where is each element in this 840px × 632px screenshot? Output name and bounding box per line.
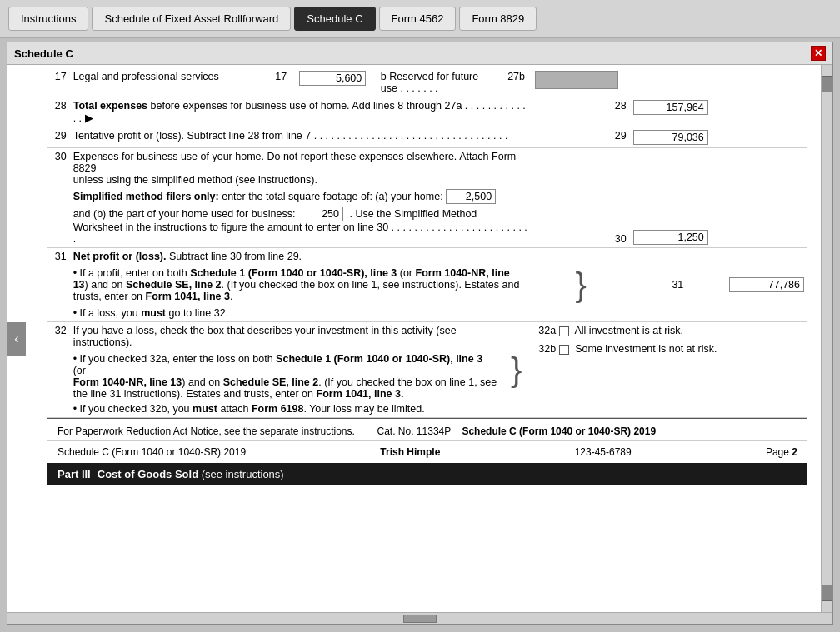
line-30-label-cell: Expenses for business use of your home. …	[70, 148, 532, 248]
line-17-box-num: 17	[266, 68, 296, 97]
line-32-mid: (or	[73, 365, 86, 376]
line-28-value-cell	[630, 97, 726, 127]
line-29-input[interactable]	[633, 130, 708, 145]
line-32-brace: }	[501, 322, 532, 418]
line-32-checkboxes: 32a All investment is at risk. 32b Some …	[532, 322, 726, 418]
line-30-row: 30 Expenses for business use of your hom…	[48, 148, 808, 248]
line-30-and-b: and (b) the part of your home used for b…	[73, 208, 296, 220]
line-29-num: 29	[48, 127, 70, 148]
line-32-row: 32 If you have a loss, check the box tha…	[48, 322, 808, 418]
line-31-bullet2-rest: go to line 32.	[166, 307, 228, 319]
tab-schedule-c[interactable]: Schedule C	[294, 7, 375, 31]
line-29-num-col: 29	[532, 127, 629, 148]
line-32a-label-num: 32a	[538, 325, 556, 336]
line-17-input[interactable]	[299, 71, 366, 86]
scrollbar-thumb-top[interactable]	[822, 76, 832, 92]
line-30-value-cell	[630, 148, 726, 248]
line-32b-label-num: 32b	[538, 343, 556, 355]
footer-page: Page 2	[766, 446, 798, 458]
line-32-label-cell: If you have a loss, check the box that d…	[70, 322, 501, 418]
line-32-b3: Schedule SE, line 2	[223, 376, 319, 388]
line-27b-gray-cell	[532, 68, 629, 97]
line-32a-label-text: All investment is at risk.	[575, 325, 684, 336]
line-30-simplified-rest: enter the total square footage of: (a) y…	[222, 191, 442, 202]
line-28-label: Total expenses before expenses for busin…	[70, 97, 532, 127]
line-31-bullet2: • If a loss, you must go to line 32.	[73, 307, 529, 319]
line-17-num: 17	[48, 68, 70, 97]
line-31-bold: Net profit or (loss).	[73, 251, 167, 262]
line-31-rest2: ) and on	[85, 279, 126, 291]
tab-fixed-asset[interactable]: Schedule of Fixed Asset Rollforward	[92, 7, 291, 31]
line-30-simplified: Simplified method filers only: enter the…	[73, 189, 529, 204]
line-32-b2-rest: attach	[218, 403, 252, 415]
line-30-business-row: and (b) the part of your home used for b…	[73, 207, 529, 221]
line-29-row: 29 Tentative profit or (loss). Subtract …	[48, 127, 808, 148]
line-31-brace: }	[532, 248, 629, 322]
line-32a-group: 32a All investment is at risk.	[538, 325, 722, 336]
line-30-num-col: 30	[532, 148, 629, 248]
page-footer: Schedule C (Form 1040 or 1040-SR) 2019 T…	[48, 440, 808, 463]
scrollbar-thumb-bottom[interactable]	[822, 585, 832, 601]
window-title: Schedule C	[14, 47, 73, 60]
footer-page-label: Page	[766, 446, 789, 458]
line-27b-label: b Reserved for future use . . . . . . .	[371, 68, 501, 97]
line-32b-checkbox[interactable]	[559, 345, 569, 355]
line-31-period: .	[230, 291, 232, 302]
line-32-b2-form: Form 6198	[252, 403, 304, 415]
line-31-row: 31 Net profit or (loss). Subtract line 3…	[48, 248, 808, 322]
horizontal-scrollbar[interactable]	[8, 612, 832, 624]
line-32-b2: Form 1040-NR, line 13	[73, 376, 182, 388]
line-30-simplified-bold: Simplified method filers only:	[73, 191, 219, 202]
footer-name: Trish Himple	[380, 446, 440, 458]
line-32a-checkbox[interactable]	[559, 326, 569, 336]
line-30-input[interactable]	[633, 230, 708, 245]
line-30-use-simplified: . Use the Simplified Method	[349, 208, 477, 220]
line-31-b3: 13	[73, 279, 85, 291]
form-table: 17 Legal and professional services 17 b …	[48, 68, 808, 418]
line-32-b1: Schedule 1 (Form 1040 or 1040-SR), line …	[276, 353, 482, 365]
line-17-label: Legal and professional services	[70, 68, 267, 97]
line-30-sq-home[interactable]	[446, 189, 496, 204]
line-28-num: 28	[48, 97, 70, 127]
part-iii-title: Cost of Goods Sold (see instructions)	[98, 468, 284, 480]
tab-form-4562[interactable]: Form 4562	[379, 7, 457, 31]
line-30-line2: unless using the simplified method (see …	[73, 174, 529, 186]
horizontal-scrollbar-thumb[interactable]	[403, 615, 437, 623]
line-32-b1-start: • If you checked 32a, enter the loss on …	[73, 353, 276, 365]
line-32-header: If you have a loss, check the box that d…	[73, 325, 498, 348]
line-32b-group: 32b Some investment is not at risk.	[538, 343, 722, 355]
line-32-rest: ) and on	[182, 376, 222, 388]
line-31-num-col: 31	[630, 248, 726, 322]
paperwork-footer: For Paperwork Reduction Act Notice, see …	[48, 418, 808, 440]
line-17-row: 17 Legal and professional services 17 b …	[48, 68, 808, 97]
line-31-num: 31	[48, 248, 70, 322]
tab-form-8829[interactable]: Form 8829	[459, 7, 537, 31]
scroll-area[interactable]: ‹ 17 Legal and professional services 17 …	[8, 65, 832, 612]
line-32-b4: Form 1041, line 3.	[317, 388, 404, 400]
line-31-input[interactable]	[729, 277, 804, 292]
tab-instructions[interactable]: Instructions	[8, 7, 88, 31]
line-28-num-col: 28	[532, 97, 629, 127]
paperwork-text: For Paperwork Reduction Act Notice, see …	[58, 425, 355, 437]
left-nav-arrow[interactable]: ‹	[8, 322, 26, 356]
part-iii-title-bold: Cost of Goods Sold	[98, 468, 198, 480]
line-27b-num: 27b	[501, 68, 532, 97]
line-28-bold: Total expenses	[73, 100, 148, 112]
line-31-mid: (or	[397, 267, 415, 279]
line-32-must: must	[192, 403, 218, 415]
line-31-bullet1-intro: • If a profit, enter on both	[73, 267, 191, 279]
line-31-value-cell	[726, 248, 808, 322]
scrollbar-track[interactable]	[821, 65, 832, 612]
line-31-must: must	[141, 307, 166, 319]
line-32b-label-text: Some investment is not at risk.	[575, 343, 717, 355]
line-31-rest: Subtract line 30 from line 29.	[169, 251, 302, 262]
line-30-sq-business[interactable]	[302, 207, 343, 221]
line-28-input[interactable]	[633, 100, 708, 115]
paperwork-form-ref: Schedule C (Form 1040 or 1040-SR) 2019	[462, 425, 656, 437]
line-31-label-cell: Net profit or (loss). Subtract line 30 f…	[70, 248, 532, 322]
line-31-header: Net profit or (loss). Subtract line 30 f…	[73, 251, 529, 262]
close-button[interactable]: ✕	[811, 46, 826, 61]
paperwork-cat: Cat. No. 11334P	[378, 425, 452, 437]
line-31-bullet2-start: • If a loss, you	[73, 307, 142, 319]
line-28-arrow: ▶	[85, 112, 93, 124]
